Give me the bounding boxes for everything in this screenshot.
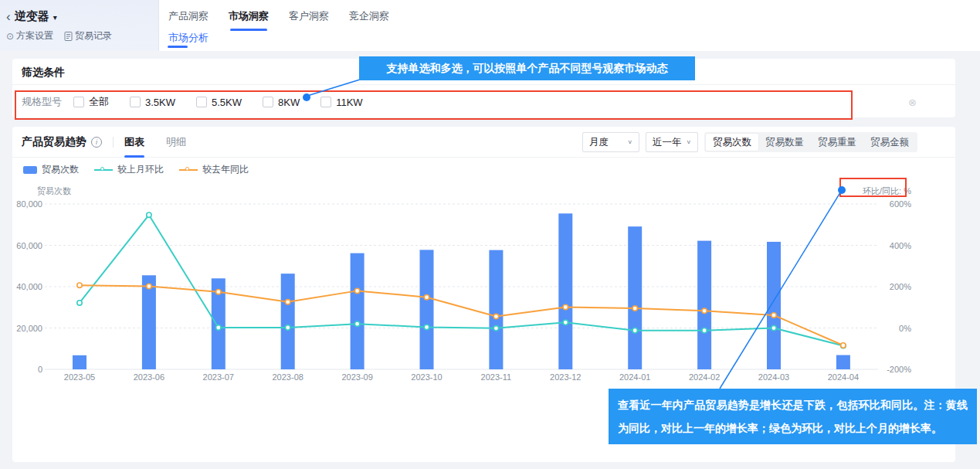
- bar: [628, 226, 642, 369]
- divider: [12, 84, 955, 85]
- checkbox-label: 3.5KW: [145, 97, 175, 108]
- x-tick-label: 2024-03: [758, 372, 789, 382]
- data-point-marker: [841, 343, 846, 348]
- insight-tabs: 产品洞察 市场洞察 客户洞察 竞企洞察: [168, 9, 389, 28]
- legend-bar-swatch: [23, 166, 37, 174]
- metric-trade-count-button[interactable]: 贸易次数: [706, 134, 758, 151]
- checkbox-label: 8KW: [278, 97, 300, 108]
- document-icon: [64, 32, 73, 41]
- period-select-value: 月度: [589, 136, 609, 149]
- checkbox-all[interactable]: 全部: [73, 95, 109, 109]
- divider: [113, 137, 114, 148]
- y-left-tick-label: 0: [38, 365, 42, 374]
- trend-card-header: 产品贸易趋势 i 图表 明细 月度 ∨ 近一年 ∨ 贸易次数 贸易数量 贸易重量…: [12, 127, 955, 158]
- checkbox-11kw[interactable]: 11KW: [320, 97, 362, 108]
- checkbox-icon[interactable]: [196, 97, 207, 107]
- filter-section-title: 筛选条件: [22, 66, 65, 80]
- line-series: [77, 212, 846, 348]
- data-point-marker: [771, 313, 776, 318]
- chevron-down-icon: ∨: [627, 139, 632, 145]
- legend-trade-count[interactable]: 贸易次数: [23, 163, 79, 176]
- subtab-underline: [168, 46, 188, 48]
- data-point-marker: [702, 308, 707, 313]
- data-point-marker: [771, 325, 776, 330]
- data-point-marker: [216, 325, 221, 330]
- data-point-marker: [493, 314, 498, 318]
- x-tick-label: 2023-08: [273, 372, 303, 382]
- trade-records-label: 贸易记录: [75, 29, 112, 42]
- metric-toggle-group: 贸易次数 贸易数量 贸易重量 贸易金额: [704, 132, 917, 152]
- target-icon: ⊙: [6, 32, 14, 41]
- data-point-marker: [563, 320, 568, 325]
- data-point-marker: [147, 212, 151, 217]
- y-left-tick-label: 80,000: [16, 199, 42, 209]
- legend-yoy-ratio[interactable]: 较去年同比: [179, 163, 249, 176]
- tab-competitor-insight[interactable]: 竞企洞察: [349, 9, 389, 28]
- scheme-settings-label: 方案设置: [16, 29, 53, 42]
- bar: [489, 250, 503, 369]
- spec-model-label: 规格型号: [22, 95, 73, 109]
- legend-mom-ratio[interactable]: 较上月环比: [94, 163, 164, 176]
- checkbox-icon[interactable]: [263, 97, 273, 107]
- data-point-marker: [286, 300, 290, 304]
- bar: [351, 253, 365, 369]
- bar-series: [73, 213, 850, 369]
- tab-product-insight[interactable]: 产品洞察: [168, 9, 209, 28]
- x-tick-label: 2024-04: [828, 372, 859, 382]
- chevron-down-icon: ∨: [686, 139, 691, 145]
- x-tick-label: 2023-10: [411, 372, 442, 382]
- trade-records-link[interactable]: 贸易记录: [64, 29, 112, 42]
- data-point-marker: [77, 301, 82, 305]
- data-point-marker: [424, 294, 429, 299]
- bar: [558, 213, 572, 369]
- checkbox-icon[interactable]: [73, 97, 84, 107]
- subtab-market-analysis[interactable]: 市场分析: [168, 31, 209, 45]
- metric-trade-quantity-button[interactable]: 贸易数量: [758, 134, 811, 151]
- range-select-value: 近一年: [653, 136, 682, 149]
- range-select[interactable]: 近一年 ∨: [646, 132, 698, 152]
- metric-trade-amount-button[interactable]: 贸易金额: [863, 134, 916, 151]
- back-icon[interactable]: ‹: [6, 10, 11, 23]
- bar: [142, 275, 156, 369]
- data-point-marker: [632, 306, 637, 311]
- checkbox-icon[interactable]: [320, 97, 331, 107]
- tab-market-insight[interactable]: 市场洞察: [229, 9, 269, 28]
- trade-trend-chart[interactable]: 贸易次数环比/同比: %80,000600%60,000400%40,00020…: [12, 178, 955, 385]
- checkbox-5-5kw[interactable]: 5.5KW: [196, 97, 242, 108]
- data-point-marker: [632, 328, 637, 333]
- view-tab-chart[interactable]: 图表: [124, 135, 144, 149]
- tab-customer-insight[interactable]: 客户洞察: [289, 9, 329, 28]
- line-path: [80, 285, 843, 345]
- y-left-axis-title: 贸易次数: [37, 186, 71, 195]
- data-point-marker: [563, 304, 568, 309]
- bar: [836, 355, 850, 369]
- data-point-marker: [424, 325, 429, 329]
- checkbox-8kw[interactable]: 8KW: [263, 97, 300, 108]
- view-tab-detail[interactable]: 明细: [166, 135, 186, 149]
- y-left-tick-label: 60,000: [16, 241, 42, 250]
- period-select[interactable]: 月度 ∨: [582, 132, 639, 152]
- chart-annotation-tooltip: 查看近一年内产品贸易趋势是增长还是下跌，包括环比和同比。注：黄线为同比，对比上一…: [609, 389, 977, 444]
- data-point-marker: [354, 321, 359, 326]
- metric-trade-weight-button[interactable]: 贸易重量: [811, 134, 863, 151]
- legend-line-swatch: [179, 169, 198, 171]
- data-point-marker: [354, 288, 359, 293]
- data-point-marker: [702, 328, 707, 333]
- x-tick-label: 2024-02: [689, 372, 720, 382]
- checkbox-label: 全部: [89, 95, 109, 109]
- scheme-settings-link[interactable]: ⊙ 方案设置: [6, 29, 53, 42]
- checkbox-label: 11KW: [336, 97, 362, 108]
- checkbox-3-5kw[interactable]: 3.5KW: [130, 97, 175, 108]
- x-tick-label: 2023-06: [134, 372, 164, 382]
- y-right-tick-label: -200%: [887, 365, 911, 374]
- checkbox-label: 5.5KW: [212, 97, 242, 108]
- clear-filter-icon[interactable]: ⊗: [908, 97, 917, 108]
- data-point-marker: [77, 283, 82, 287]
- spec-model-filter-row: 规格型号 全部 3.5KW 5.5KW 8KW 11KW: [22, 93, 363, 111]
- y-right-tick-label: 200%: [890, 282, 911, 291]
- product-dropdown-caret-icon[interactable]: ▾: [53, 13, 57, 22]
- checkbox-icon[interactable]: [130, 97, 141, 107]
- market-insight-page: { "header": { "back_icon": "‹", "product…: [0, 0, 980, 469]
- y-right-tick-label: 600%: [890, 199, 911, 209]
- info-icon[interactable]: i: [91, 137, 102, 148]
